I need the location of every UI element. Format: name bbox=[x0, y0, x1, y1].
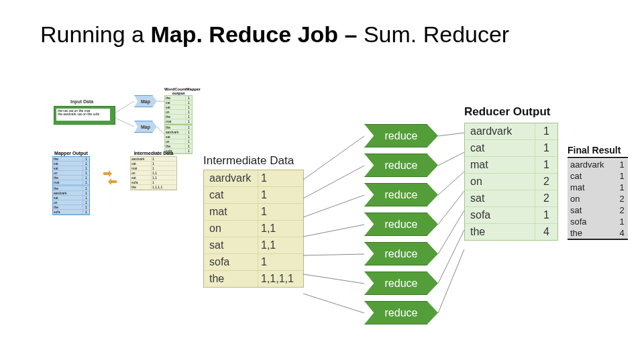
table-row: cat1 bbox=[204, 187, 303, 204]
thumb-connector-lines bbox=[54, 87, 188, 147]
thumb-mapper-output: Mapper Output the1cat1sat1on1the1mat1the… bbox=[52, 151, 90, 215]
cell-value: 1 bbox=[535, 123, 557, 139]
table-row: sofa1 bbox=[465, 207, 557, 224]
svg-line-8 bbox=[303, 254, 364, 255]
cell-value: 1 bbox=[258, 170, 303, 186]
cell-key: sofa bbox=[568, 216, 616, 227]
cell-key: mat bbox=[568, 182, 616, 193]
cell-key: mat bbox=[465, 157, 535, 173]
cell-value: 1 bbox=[535, 157, 557, 173]
cell-value: 4 bbox=[535, 224, 557, 240]
cell-key: on bbox=[204, 221, 258, 237]
table-row: the4 bbox=[568, 227, 628, 239]
svg-line-10 bbox=[303, 294, 364, 313]
cell-key: aardvark bbox=[465, 123, 535, 139]
svg-line-9 bbox=[303, 274, 364, 284]
title-suffix: Sum. Reducer bbox=[364, 21, 509, 47]
table-row: aardvark1 bbox=[204, 170, 303, 187]
cell-value: 1,1,1,1 bbox=[258, 271, 303, 287]
cell-value: 1 bbox=[616, 159, 628, 170]
final-result-header: Final Result bbox=[568, 145, 628, 158]
cell-key: on bbox=[465, 174, 535, 190]
cell-key: the bbox=[465, 224, 535, 240]
svg-line-15 bbox=[438, 210, 464, 254]
table-row: aardvark1 bbox=[568, 159, 628, 170]
table-row: sat2 bbox=[465, 190, 557, 207]
cell-key: mat bbox=[204, 204, 258, 220]
svg-line-3 bbox=[157, 127, 164, 134]
table-row: on2 bbox=[568, 193, 628, 204]
cell-key: the bbox=[204, 271, 258, 287]
cell-value: 1 bbox=[616, 182, 628, 193]
reducer-output-header: Reducer Output bbox=[464, 105, 558, 119]
reduce-box: reduce bbox=[364, 301, 438, 324]
svg-line-12 bbox=[438, 152, 464, 166]
svg-line-4 bbox=[303, 136, 364, 180]
table-row: mat1 bbox=[465, 157, 557, 174]
cell-key: cat bbox=[465, 140, 535, 156]
final-result-panel: Final Result aardvark1cat1mat1on2sat2sof… bbox=[568, 145, 628, 240]
reduce-box: reduce bbox=[364, 242, 438, 265]
table-row: sat2 bbox=[568, 204, 628, 216]
thumb-bottom-row: Mapper Output the1cat1sat1on1the1mat1the… bbox=[52, 151, 177, 215]
final-result-table: aardvark1cat1mat1on2sat2sofa1the4 bbox=[568, 159, 628, 240]
thumb-intermediate: Intermediate Data aardvark1cat1mat1on1,1… bbox=[130, 151, 177, 190]
svg-line-13 bbox=[438, 172, 464, 195]
table-row: the4 bbox=[465, 224, 557, 240]
title-bold: Map. Reduce Job – bbox=[150, 21, 363, 47]
table-row: cat1 bbox=[465, 140, 557, 157]
cell-value: 1 bbox=[535, 140, 557, 156]
thumb-map-row: Input Data the cat sat on the mat the aa… bbox=[54, 87, 188, 147]
cell-key: the bbox=[568, 227, 616, 239]
table-row: mat1 bbox=[568, 182, 628, 193]
title-prefix: Running a bbox=[40, 21, 150, 47]
svg-line-11 bbox=[438, 133, 464, 136]
cell-value: 4 bbox=[616, 227, 628, 239]
thumbnail-area: Input Data the cat sat on the mat the aa… bbox=[54, 87, 188, 147]
table-row: the1,1,1,1 bbox=[204, 271, 303, 287]
thumb-int-table: aardvark1cat1mat1on1,1sat1,1sofa1the1,1,… bbox=[130, 156, 177, 190]
svg-line-7 bbox=[303, 225, 364, 237]
table-row: aardvark1 bbox=[465, 123, 557, 140]
table-row: sofa1 bbox=[568, 216, 628, 227]
cell-value: 1,1 bbox=[258, 221, 303, 237]
table-row: sofa1 bbox=[204, 254, 303, 271]
reduce-box: reduce bbox=[364, 272, 438, 295]
cell-value: 1,1 bbox=[258, 237, 303, 253]
cell-value: 2 bbox=[616, 204, 628, 216]
svg-line-0 bbox=[115, 101, 134, 113]
svg-line-1 bbox=[115, 118, 134, 127]
cell-key: aardvark bbox=[204, 170, 258, 186]
cell-key: cat bbox=[568, 170, 616, 182]
thumb-mo-table: the1cat1sat1on1the1mat1the1aardvark1sat1… bbox=[52, 156, 90, 215]
table-row: on1,1 bbox=[204, 221, 303, 237]
cell-key: sat bbox=[465, 190, 535, 206]
reducer-output-panel: Reducer Output aardvark1cat1mat1on2sat2s… bbox=[464, 105, 558, 241]
cell-key: cat bbox=[204, 187, 258, 203]
cell-value: 1 bbox=[258, 204, 303, 220]
reduce-box: reduce bbox=[364, 213, 438, 236]
cell-key: sofa bbox=[204, 254, 258, 270]
svg-line-14 bbox=[438, 191, 464, 225]
cell-value: 1 bbox=[258, 187, 303, 203]
cell-key: aardvark bbox=[568, 159, 616, 170]
intermediate-header: Intermediate Data bbox=[203, 154, 304, 168]
cell-key: on bbox=[568, 193, 616, 204]
reduce-box: reduce bbox=[364, 183, 438, 206]
thumb-shuffle-icon bbox=[102, 170, 118, 186]
svg-line-16 bbox=[438, 230, 464, 284]
reducer-output-table: aardvark1cat1mat1on2sat2sofa1the4 bbox=[464, 123, 558, 241]
table-row: on2 bbox=[465, 174, 557, 190]
cell-value: 1 bbox=[616, 216, 628, 227]
svg-line-17 bbox=[438, 249, 464, 313]
cell-value: 2 bbox=[535, 190, 557, 206]
cell-value: 1 bbox=[535, 207, 557, 223]
cell-key: sat bbox=[568, 204, 616, 216]
thumb-int-header: Intermediate Data bbox=[130, 151, 177, 156]
cell-key: sat bbox=[204, 237, 258, 253]
table-row: sat1,1 bbox=[204, 237, 303, 254]
table-row: mat1 bbox=[204, 204, 303, 221]
table-row: cat1 bbox=[568, 170, 628, 182]
reduce-box: reduce bbox=[364, 124, 438, 147]
cell-key: sofa bbox=[465, 207, 535, 223]
